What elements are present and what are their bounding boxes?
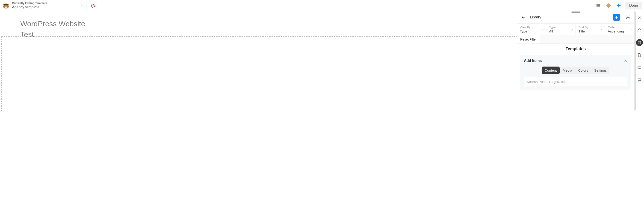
svg-point-10 <box>628 17 628 18</box>
chevron-down-icon <box>571 28 574 31</box>
chevron-down-icon <box>600 28 603 31</box>
tab-settings[interactable]: Settings <box>592 67 610 74</box>
nav-document[interactable] <box>636 52 643 58</box>
top-bar-left: Currently Editing Template Agency templa… <box>0 1 86 10</box>
add-items-card: Add Items Content Media Colors Settings <box>520 55 631 90</box>
comment-icon <box>637 78 642 82</box>
tab-media[interactable]: Media <box>560 67 575 74</box>
tab-content[interactable]: Content <box>542 67 560 74</box>
chevron-down-icon <box>542 28 544 31</box>
close-panel-button[interactable] <box>636 14 643 21</box>
library-panel: Library View By Type Type All Sort By Ti… <box>517 11 634 111</box>
reset-row: Reset Filter <box>517 35 634 44</box>
drop-zone-text: DROP A ROW LAYOUT OR MODULE TO GET START <box>210 71 318 111</box>
filter-type[interactable]: Type All <box>546 24 576 35</box>
template-info[interactable]: Currently Editing Template Agency templa… <box>12 1 47 9</box>
top-bar-right: Done <box>595 1 644 9</box>
svg-rect-2 <box>5 7 7 8</box>
arrow-left-icon <box>521 15 526 19</box>
filter-row: View By Type Type All Sort By Title Orde… <box>517 23 634 35</box>
outline-button[interactable] <box>595 2 602 9</box>
reset-filter-button[interactable]: Reset Filter <box>517 35 540 43</box>
filter-value: All <box>549 29 572 33</box>
library-add-button[interactable] <box>613 14 620 21</box>
filter-order[interactable]: Order Ascending <box>605 24 634 35</box>
tab-colors[interactable]: Colors <box>575 67 591 74</box>
add-items-search-input[interactable] <box>524 77 628 86</box>
library-settings-button[interactable] <box>625 14 631 20</box>
main-area: WordPress Website Test DROP A ROW LAYOUT… <box>0 11 644 111</box>
filter-value: Type <box>520 29 543 33</box>
close-icon <box>624 59 628 63</box>
svg-point-9 <box>608 6 608 6</box>
filter-label: Sort By <box>578 25 602 29</box>
chevron-down-icon <box>630 28 632 31</box>
svg-rect-11 <box>638 41 640 44</box>
document-icon <box>637 53 642 57</box>
nav-comments[interactable] <box>636 76 643 83</box>
add-content-button[interactable] <box>615 2 622 9</box>
svg-point-3 <box>4 5 5 6</box>
template-dropdown-toggle[interactable] <box>77 4 86 7</box>
nav-media[interactable] <box>636 64 643 71</box>
add-items-title: Add Items <box>524 59 542 63</box>
home-icon <box>637 28 642 32</box>
library-header: Library <box>517 11 634 23</box>
nav-library[interactable] <box>636 39 643 46</box>
filter-label: View By <box>520 25 543 29</box>
svg-point-7 <box>609 4 609 5</box>
chevron-down-icon <box>80 4 83 7</box>
plus-icon <box>616 3 621 8</box>
drop-zone[interactable]: DROP A ROW LAYOUT OR MODULE TO GET START <box>2 36 527 111</box>
filter-value: Ascending <box>608 29 632 33</box>
svg-point-4 <box>7 5 8 6</box>
notification-dot <box>94 5 95 7</box>
filter-label: Order <box>608 25 632 29</box>
filter-sort-by[interactable]: Sort By Title <box>576 24 605 35</box>
svg-point-13 <box>638 67 639 67</box>
filter-label: Type <box>549 25 572 29</box>
template-name: Agency template <box>12 5 47 9</box>
add-items-header: Add Items <box>524 59 628 63</box>
cookie-icon <box>606 3 611 8</box>
templates-section: Templates Add Items Content Media Colors… <box>517 44 634 111</box>
filter-view-by[interactable]: View By Type <box>517 24 546 35</box>
add-items-close-button[interactable] <box>624 59 628 63</box>
panel-drag-handle[interactable] <box>572 11 580 13</box>
filter-value: Title <box>578 29 602 33</box>
top-bar: Currently Editing Template Agency templa… <box>0 0 644 11</box>
svg-point-6 <box>608 4 608 5</box>
svg-point-8 <box>609 5 609 6</box>
library-title: Library <box>530 15 610 19</box>
gear-icon <box>626 15 630 19</box>
done-button[interactable]: Done <box>625 1 642 9</box>
plus-icon <box>614 15 619 19</box>
templates-heading: Templates <box>520 46 631 51</box>
right-nav <box>634 11 644 111</box>
close-icon <box>637 16 642 20</box>
svg-point-5 <box>607 3 610 7</box>
image-icon <box>637 65 642 70</box>
notifications-button[interactable] <box>86 3 99 8</box>
editing-template-label: Currently Editing Template <box>12 1 47 5</box>
library-back-button[interactable] <box>520 14 527 20</box>
beaver-logo[interactable] <box>2 1 10 10</box>
cookie-button[interactable] <box>605 2 612 9</box>
nav-home[interactable] <box>636 27 643 34</box>
add-items-tabs: Content Media Colors Settings <box>524 67 628 74</box>
outline-icon <box>596 3 601 8</box>
bookmark-box-icon <box>638 41 641 44</box>
